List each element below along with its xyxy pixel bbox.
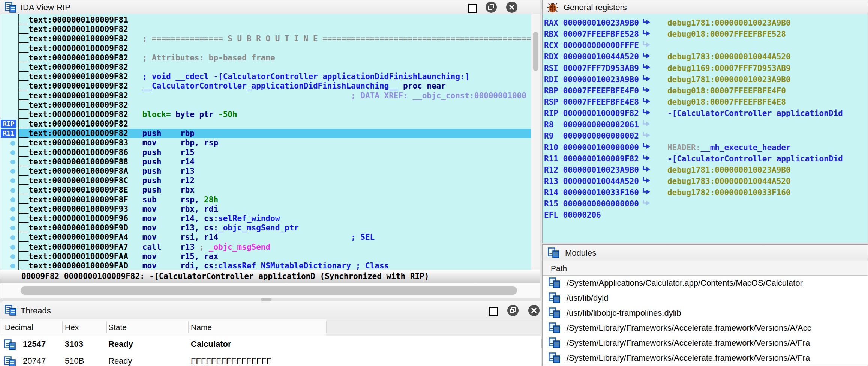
ida-view-title: IDA View-RIP: [21, 3, 70, 12]
disasm-line[interactable]: __text:0000000100009F82: [0, 44, 531, 53]
disasm-line[interactable]: __text:0000000100009FA4 mov rsi, r14 ; S…: [0, 233, 531, 242]
disasm-line[interactable]: __text:0000000100009F82 ; Attributes: bp…: [0, 53, 531, 63]
breakpoint-dot[interactable]: [10, 207, 15, 212]
breakpoint-dot[interactable]: [10, 216, 15, 221]
disasm-line[interactable]: __text:0000000100009F83 mov rbp, rsp: [0, 138, 531, 148]
disassembly-listing[interactable]: __text:0000000100009F81 __text:000000010…: [0, 14, 531, 270]
register-row-rbp[interactable]: RBP 00007FFEEFBFE4F0debug018:00007FFEEFB…: [544, 85, 868, 96]
register-row-rax[interactable]: RAX 000000010023A9B0debug1781:0000000100…: [544, 17, 868, 29]
disasm-line[interactable]: __text:0000000100009F82: [0, 63, 531, 72]
disassembly-gutter[interactable]: RIPR11: [0, 14, 19, 270]
threads-list: 125473103ReadyCalculator20747510BReadyFF…: [0, 336, 541, 366]
module-row[interactable]: /System/Library/Frameworks/Accelerate.fr…: [543, 321, 868, 336]
disassembly-horizontal-scrollbar[interactable]: [0, 283, 540, 298]
module-row[interactable]: /System/Library/Frameworks/Accelerate.fr…: [543, 351, 868, 366]
register-row-rbx[interactable]: RBX 00007FFEEFBFE528debug018:00007FFEEFB…: [544, 29, 868, 40]
scrollbar-thumb[interactable]: [533, 32, 538, 71]
register-row-r9[interactable]: R9 0000000000000002: [544, 130, 868, 142]
disasm-line[interactable]: __text:0000000100009F82: [0, 119, 531, 129]
register-row-r12[interactable]: R12 000000010023A9B0debug1781:0000000100…: [544, 164, 868, 176]
close-button[interactable]: [528, 305, 540, 316]
modules-header[interactable]: Modules: [543, 245, 868, 261]
registers-panel: General registers RAX 000000010023A9B0de…: [542, 0, 868, 243]
disassembly-view[interactable]: __text:0000000100009F81 __text:000000010…: [0, 14, 540, 270]
disasm-line[interactable]: __text:0000000100009F88 push r14: [0, 157, 531, 167]
breakpoint-dot[interactable]: [10, 160, 15, 164]
cascade-button[interactable]: [486, 2, 497, 13]
register-row-rip[interactable]: RIP 0000000100009F82-[CalculatorControll…: [544, 108, 868, 119]
follow-arrow-icon: [642, 166, 651, 173]
maximize-button[interactable]: [468, 4, 477, 13]
modules-path-column-header[interactable]: Path: [543, 261, 868, 276]
cascade-button[interactable]: [507, 305, 519, 316]
register-row-rdx[interactable]: RDX 000000010044A520debug1783:0000000100…: [544, 51, 868, 62]
register-row-r14[interactable]: R14 000000010033F160debug1782:0000000100…: [544, 187, 868, 198]
disassembly-vertical-scrollbar[interactable]: [531, 14, 540, 270]
breakpoint-dot[interactable]: [10, 169, 15, 174]
breakpoint-dot[interactable]: [10, 150, 15, 155]
register-row-rsp[interactable]: RSP 00007FFEEFBFE4E8debug018:00007FFEEFB…: [544, 96, 868, 108]
disasm-line[interactable]: __text:0000000100009F8C push r12: [0, 176, 531, 185]
thread-row[interactable]: 20747510BReadyFFFFFFFFFFFFFFFF: [0, 353, 541, 366]
disasm-line[interactable]: __text:0000000100009FAA mov r15, rax: [0, 252, 531, 261]
breakpoint-dot[interactable]: [10, 226, 15, 230]
module-row[interactable]: /System/Library/Frameworks/Accelerate.fr…: [543, 336, 868, 351]
disasm-line[interactable]: __text:0000000100009F8F sub rsp, 28h: [0, 195, 531, 205]
disasm-line[interactable]: __text:0000000100009F82 push rbp: [0, 129, 531, 138]
disasm-line[interactable]: __text:0000000100009F82 block= byte ptr …: [0, 110, 531, 119]
disasm-line[interactable]: __text:0000000100009F82 __CalculatorCont…: [0, 81, 531, 91]
threads-col-hex[interactable]: Hex: [65, 323, 79, 332]
disasm-line[interactable]: __text:0000000100009F96 mov r14, cs:selR…: [0, 214, 531, 223]
registers-header[interactable]: General registers: [543, 0, 868, 14]
disasm-line[interactable]: __text:0000000100009F8A push r13: [0, 167, 531, 176]
disasm-line[interactable]: __text:0000000100009F8E push rbx: [0, 185, 531, 195]
breakpoint-dot[interactable]: [10, 141, 15, 146]
register-row-rcx[interactable]: RCX 000000000000FFFE: [544, 40, 868, 51]
threads-col-decimal[interactable]: Decimal: [5, 323, 33, 332]
disasm-line[interactable]: __text:0000000100009FAD mov rdi, cs:clas…: [0, 261, 531, 270]
breakpoint-dot[interactable]: [10, 197, 15, 202]
disasm-line[interactable]: __text:0000000100009F82 ; void __cdecl -…: [0, 72, 531, 81]
breakpoint-dot[interactable]: [10, 235, 15, 240]
register-row-r13[interactable]: R13 000000010044A520debug1783:0000000100…: [544, 176, 868, 187]
windows-icon: [4, 339, 16, 351]
register-row-r8[interactable]: R8 0000000000002061: [544, 119, 868, 130]
follow-arrow-icon: [642, 41, 651, 48]
disasm-line[interactable]: __text:0000000100009F82: [0, 25, 531, 34]
disasm-line[interactable]: __text:0000000100009F9D mov r13, cs:_obj…: [0, 223, 531, 233]
register-row-r11[interactable]: R11 0000000100009F82-[CalculatorControll…: [544, 153, 868, 164]
breakpoint-dot[interactable]: [10, 188, 15, 193]
module-row[interactable]: /usr/lib/dyld: [543, 291, 868, 306]
disasm-line[interactable]: __text:0000000100009F82 ; DATA XREF: __o…: [0, 91, 531, 101]
splitter-grip-horizontal[interactable]: [261, 298, 271, 301]
threads-col-name[interactable]: Name: [191, 323, 212, 332]
threads-titlebar[interactable]: Threads: [0, 301, 541, 319]
threads-col-state[interactable]: State: [108, 323, 127, 332]
disasm-line[interactable]: __text:0000000100009F82: [0, 101, 531, 110]
disasm-line[interactable]: __text:0000000100009F81: [0, 15, 531, 25]
register-row-rsi[interactable]: RSI 00007FFF7D953AB9debug1169:00007FFF7D…: [544, 63, 868, 74]
thread-hex: 3103: [65, 339, 83, 349]
register-row-efl[interactable]: EFL 00000206: [544, 209, 868, 221]
register-row-r10[interactable]: R10 0000000100000000HEADER:__mh_execute_…: [544, 142, 868, 153]
register-row-rdi[interactable]: RDI 000000010023A9B0debug1781:0000000100…: [544, 74, 868, 85]
disasm-line[interactable]: __text:0000000100009F86 push r15: [0, 148, 531, 157]
scrollbar-thumb[interactable]: [21, 286, 517, 295]
disassembly-statusbar: 00009F82 0000000100009F82: -[CalculatorC…: [0, 270, 540, 283]
module-row[interactable]: /System/Applications/Calculator.app/Cont…: [543, 276, 868, 291]
disasm-line[interactable]: __text:0000000100009FA7 call r13 ; _objc…: [0, 242, 531, 252]
module-row[interactable]: /usr/lib/libobjc-trampolines.dylib: [543, 306, 868, 321]
breakpoint-dot[interactable]: [10, 178, 15, 183]
close-button[interactable]: [506, 2, 517, 13]
maximize-button[interactable]: [489, 307, 498, 316]
disasm-line[interactable]: __text:0000000100009F93 mov rbx, rdi: [0, 205, 531, 214]
thread-row[interactable]: 125473103ReadyCalculator: [0, 336, 541, 353]
register-row-r15[interactable]: R15 0000000000000000: [544, 198, 868, 209]
breakpoint-dot[interactable]: [10, 245, 15, 250]
disasm-line[interactable]: __text:0000000100009F82 ; ==============…: [0, 34, 531, 44]
ida-view-titlebar[interactable]: IDA View-RIP: [0, 0, 540, 14]
follow-arrow-icon: [642, 75, 651, 83]
threads-column-header[interactable]: Decimal Hex State Name: [0, 319, 541, 336]
breakpoint-dot[interactable]: [10, 254, 15, 259]
breakpoint-dot[interactable]: [10, 264, 15, 268]
